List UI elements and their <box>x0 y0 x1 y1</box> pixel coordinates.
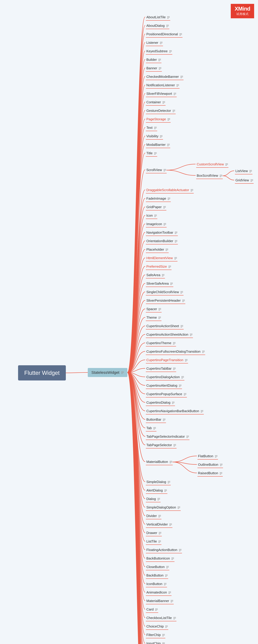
gridview-node[interactable]: GridView <box>235 177 253 184</box>
leaf-positioneddirectional[interactable]: PositionedDirectional <box>146 31 183 38</box>
leaf-cupertinonavigationbarbackbutton[interactable]: CupertinoNavigationBarBackButton <box>146 408 204 414</box>
leaf-simpledialogoption[interactable]: SimpleDialogOption <box>146 504 181 511</box>
leaf-htmlelementview[interactable]: HtmlElementView <box>146 255 177 262</box>
leaf-cupertinodialog[interactable]: CupertinoDialog <box>146 400 175 406</box>
leaf-dialog[interactable]: Dialog <box>146 496 161 502</box>
leaf-inputchip[interactable]: InputChip <box>146 640 165 644</box>
leaf-verticaldivider[interactable]: VerticalDivider <box>146 522 172 528</box>
leaf-draggablescrollableactuator[interactable]: DraggableScrollableActuator <box>146 187 194 194</box>
stateless-widget-node[interactable]: StatelessWidget <box>88 368 127 377</box>
leaf-animatedicon[interactable]: AnimatedIcon <box>146 590 172 596</box>
raisedbutton-node[interactable]: RaisedButton <box>197 470 223 476</box>
flatbutton-node[interactable]: FlatButton <box>197 453 218 460</box>
leaf-modalbarrier[interactable]: ModalBarrier <box>146 142 170 148</box>
listview-node[interactable]: ListView <box>235 168 252 174</box>
leaf-cupertinoalertdialog[interactable]: CupertinoAlertDialog <box>146 382 182 389</box>
leaf-keyedsubtree[interactable]: KeyedSubtree <box>146 48 172 54</box>
leaf-backbuttonicon[interactable]: BackButtonIcon <box>146 556 175 562</box>
notes-icon <box>179 549 181 551</box>
leaf-buttonbar[interactable]: ButtonBar <box>146 416 166 423</box>
node-label: SimpleDialogOption <box>146 506 176 510</box>
leaf-visibility[interactable]: Visibility <box>146 133 163 140</box>
leaf-closebutton[interactable]: CloseButton <box>146 564 169 570</box>
leaf-navigationtoolbar[interactable]: NavigationToolbar <box>146 230 178 236</box>
leaf-theme[interactable]: Theme <box>146 314 162 321</box>
leaf-sliverpersistentheader[interactable]: SliverPersistentHeader <box>146 298 185 304</box>
leaf-sliverfillviewport[interactable]: SliverFillViewport <box>146 91 177 97</box>
node-label: Listener <box>146 41 158 45</box>
leaf-cupertinoactionsheet[interactable]: CupertinoActionSheet <box>146 323 184 330</box>
leaf-cupertinopagetransition[interactable]: CupertinoPageTransition <box>146 357 188 364</box>
leaf-backbutton[interactable]: BackButton <box>146 572 168 579</box>
materialbutton-node[interactable]: MaterialButton <box>146 459 173 465</box>
leaf-tab[interactable]: Tab <box>146 425 156 432</box>
leaf-cupertinotheme[interactable]: CupertinoTheme <box>146 340 176 346</box>
notes-icon <box>176 84 179 86</box>
node-label: CupertinoPopupSurface <box>146 392 182 396</box>
notes-icon <box>169 50 172 52</box>
node-label: ButtonBar <box>146 418 161 422</box>
leaf-cupertinofullscreendialogtransition[interactable]: CupertinoFullscreenDialogTransition <box>146 348 205 355</box>
notes-icon <box>250 179 253 182</box>
leaf-container[interactable]: Container <box>146 99 166 106</box>
notes-icon <box>225 163 228 166</box>
scrollview-node[interactable]: ScrollView <box>146 167 167 173</box>
notes-icon <box>121 371 124 374</box>
leaf-cupertinopopupsurface[interactable]: CupertinoPopupSurface <box>146 391 187 398</box>
node-label: Divider <box>146 514 157 518</box>
leaf-cupertinoactionsheetaction[interactable]: CupertinoActionSheetAction <box>146 332 193 338</box>
leaf-fadeinimage[interactable]: FadeInImage <box>146 196 171 202</box>
leaf-title[interactable]: Title <box>146 150 157 156</box>
outlinebutton-node[interactable]: OutlineButton <box>197 462 223 468</box>
leaf-alertdialog[interactable]: AlertDialog <box>146 488 167 494</box>
leaf-listener[interactable]: Listener <box>146 40 163 46</box>
root-node[interactable]: Flutter Widget <box>18 365 66 380</box>
leaf-filterchip[interactable]: FilterChip <box>146 632 165 638</box>
node-label: SingleChildScrollView <box>146 290 179 294</box>
leaf-notificationlistener[interactable]: NotificationListener <box>146 82 180 88</box>
leaf-sliversafearea[interactable]: SliverSafeArea <box>146 280 173 287</box>
mindmap-canvas[interactable]: Flutter Widget StatelessWidget AboutList… <box>0 0 258 644</box>
leaf-safearea[interactable]: SafeArea <box>146 272 165 278</box>
leaf-spacer[interactable]: Spacer <box>146 306 162 312</box>
leaf-cupertinodialogaction[interactable]: CupertinoDialogAction <box>146 374 184 380</box>
leaf-drawer[interactable]: Drawer <box>146 530 162 536</box>
leaf-gridpaper[interactable]: GridPaper <box>146 204 166 210</box>
leaf-preferredsize[interactable]: PreferredSize <box>146 264 172 270</box>
leaf-gesturedetector[interactable]: GestureDetector <box>146 108 176 114</box>
leaf-builder[interactable]: Builder <box>146 57 162 63</box>
leaf-tabpageselectorindicator[interactable]: TabPageSelectorIndicator <box>146 434 189 440</box>
leaf-aboutdialog[interactable]: AboutDialog <box>146 23 169 29</box>
node-label: FloatingActionButton <box>146 548 177 552</box>
leaf-materialbanner[interactable]: MaterialBanner <box>146 598 174 604</box>
leaf-aboutlisttile[interactable]: AboutListTile <box>146 14 170 20</box>
boxscrollview-node[interactable]: BoxScrollView <box>196 172 223 179</box>
node-label: GridView <box>235 178 249 182</box>
leaf-orientationbuilder[interactable]: OrientationBuilder <box>146 238 178 244</box>
leaf-divider[interactable]: Divider <box>146 513 162 519</box>
leaf-text[interactable]: Text <box>146 125 157 131</box>
leaf-singlechildscrollview[interactable]: SingleChildScrollView <box>146 289 184 296</box>
leaf-imageicon[interactable]: ImageIcon <box>146 221 167 228</box>
node-label: GestureDetector <box>146 109 171 113</box>
leaf-checkboxlisttile[interactable]: CheckboxListTile <box>146 615 176 621</box>
notes-icon <box>154 126 157 129</box>
leaf-listtile[interactable]: ListTile <box>146 538 162 545</box>
node-label: Container <box>146 100 161 104</box>
leaf-checkedmodebanner[interactable]: CheckedModeBanner <box>146 74 184 80</box>
leaf-cupertinotabbar[interactable]: CupertinoTabBar <box>146 366 176 372</box>
leaf-icon[interactable]: Icon <box>146 212 157 219</box>
customscrollview-node[interactable]: CustomScrollView <box>196 161 228 168</box>
notes-icon <box>179 384 181 387</box>
leaf-pagestorage[interactable]: PageStorage <box>146 116 171 122</box>
notes-icon <box>180 76 183 78</box>
leaf-iconbutton[interactable]: IconButton <box>146 581 167 587</box>
leaf-banner[interactable]: Banner <box>146 65 162 72</box>
leaf-tabpageselector[interactable]: TabPageSelector <box>146 442 177 448</box>
leaf-placeholder[interactable]: Placeholder <box>146 246 169 253</box>
leaf-choicechip[interactable]: ChoiceChip <box>146 624 168 630</box>
leaf-floatingactionbutton[interactable]: FloatingActionButton <box>146 547 182 553</box>
node-label: Icon <box>146 214 153 218</box>
leaf-simpledialog[interactable]: SimpleDialog <box>146 479 171 485</box>
leaf-card[interactable]: Card <box>146 606 158 613</box>
